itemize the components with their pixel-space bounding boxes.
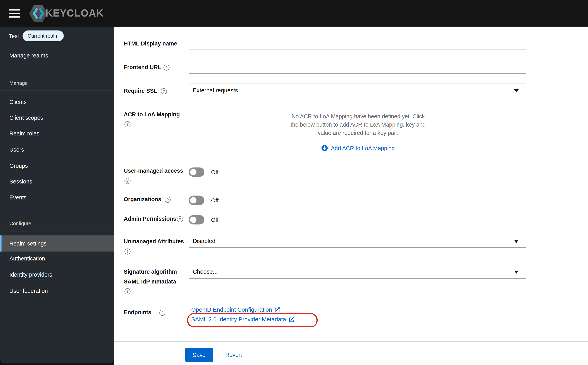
keycloak-logo: KEYCLOAK — [28, 3, 104, 23]
plus-circle-icon — [322, 145, 328, 151]
help-icon[interactable]: ? — [177, 216, 183, 222]
user-managed-access-label: User-managed access — [124, 166, 183, 176]
unmanaged-attributes-label: Unmanaged Attributes — [124, 236, 184, 246]
help-icon[interactable]: ? — [124, 288, 131, 294]
saml-identity-provider-metadata-link[interactable]: SAML 2.0 Identity Provider Metadata — [191, 315, 294, 324]
acr-mapping-label: ACR to LoA Mapping — [124, 110, 180, 119]
revert-button[interactable]: Revert — [225, 350, 242, 360]
sidebar-item-identity-providers[interactable]: Identity providers — [9, 270, 52, 280]
current-realm-badge: Current realm — [22, 30, 64, 41]
sidebar-item-realm-settings[interactable]: Realm settings — [0, 235, 114, 252]
user-managed-access-toggle[interactable] — [189, 167, 204, 177]
chevron-down-icon — [514, 240, 519, 243]
help-icon[interactable]: ? — [165, 197, 171, 203]
sidebar-item-client-scopes[interactable]: Client scopes — [9, 113, 43, 123]
frontend-url-label: Frontend URL — [124, 63, 161, 72]
help-icon[interactable]: ? — [161, 88, 167, 94]
user-managed-access-state: Off — [211, 167, 219, 177]
signature-algorithm-label-line1: Signature algorithm — [124, 267, 177, 277]
sidebar-section-configure: Configure — [9, 220, 32, 228]
sidebar-item-realm-roles[interactable]: Realm roles — [9, 129, 40, 139]
sidebar-item-authentication[interactable]: Authentication — [9, 254, 45, 264]
link-label: OpenID Endpoint Configuration — [191, 306, 272, 313]
sidebar-divider — [0, 91, 114, 91]
admin-permissions-label: Admin Permissions — [124, 214, 176, 224]
acr-mapping-empty-text: No ACR to LoA Mapping have been defined … — [288, 112, 428, 137]
add-acr-mapping-label: Add ACR to LoA Mapping — [331, 145, 395, 151]
sidebar-item-clients[interactable]: Clients — [9, 97, 27, 107]
chevron-down-icon — [514, 271, 519, 274]
sidebar-item-sessions[interactable]: Sessions — [9, 177, 32, 187]
signature-algorithm-value: Choose... — [193, 268, 218, 275]
frontend-url-input[interactable] — [189, 60, 526, 74]
cropped-input-border — [189, 27, 526, 27]
sidebar-item-label: Realm settings — [9, 240, 47, 246]
sidebar-item-groups[interactable]: Groups — [9, 161, 28, 171]
require-ssl-label: Require SSL — [124, 86, 157, 96]
brand-text: KEYCLOAK — [45, 7, 104, 19]
organizations-label: Organizations — [124, 195, 161, 204]
html-display-name-label: HTML Display name — [124, 39, 177, 49]
sidebar-divider — [0, 45, 114, 45]
footer-divider — [114, 341, 588, 342]
require-ssl-value: External requests — [193, 87, 238, 93]
external-link-icon — [275, 307, 280, 312]
hamburger-menu-icon[interactable] — [9, 9, 20, 18]
realm-selector[interactable]: Test Current realm — [9, 30, 64, 41]
add-acr-mapping-button[interactable]: Add ACR to LoA Mapping — [288, 145, 428, 151]
organizations-state: Off — [211, 196, 219, 205]
sidebar-section-manage: Manage — [9, 79, 28, 87]
chevron-down-icon — [514, 89, 519, 92]
openid-endpoint-configuration-link[interactable]: OpenID Endpoint Configuration — [191, 305, 280, 315]
organizations-toggle[interactable] — [189, 196, 204, 205]
keycloak-admin-console: KEYCLOAK Test Current realm Manage realm… — [0, 0, 588, 365]
sidebar-item-manage-realms[interactable]: Manage realms — [9, 51, 48, 60]
sidebar-item-user-federation[interactable]: User federation — [9, 286, 48, 296]
signature-algorithm-select[interactable]: Choose... — [189, 265, 526, 279]
help-icon[interactable]: ? — [159, 310, 165, 316]
endpoints-label: Endpoints — [124, 308, 151, 317]
external-link-icon — [289, 317, 294, 322]
help-icon[interactable]: ? — [124, 178, 131, 184]
keycloak-hexagon-icon — [28, 4, 48, 23]
require-ssl-select[interactable]: External requests — [189, 83, 526, 97]
html-display-name-input[interactable] — [189, 36, 526, 50]
masthead: KEYCLOAK — [0, 0, 588, 27]
help-icon[interactable]: ? — [124, 121, 131, 127]
link-label: SAML 2.0 Identity Provider Metadata — [191, 316, 286, 323]
realm-settings-form: HTML Display name Frontend URL ? Require… — [114, 27, 588, 365]
help-icon[interactable]: ? — [124, 248, 131, 254]
save-button[interactable]: Save — [185, 348, 213, 362]
help-icon[interactable]: ? — [163, 64, 169, 71]
sidebar: Test Current realm Manage realms Manage … — [0, 27, 114, 363]
admin-permissions-state: Off — [211, 215, 219, 225]
unmanaged-attributes-value: Disabled — [193, 238, 215, 244]
unmanaged-attributes-select[interactable]: Disabled — [189, 234, 526, 248]
signature-algorithm-label-line2: SAML IdP metadata — [124, 277, 176, 287]
sidebar-item-users[interactable]: Users — [9, 145, 24, 155]
realm-name: Test — [9, 33, 19, 39]
sidebar-divider — [0, 232, 114, 232]
admin-permissions-toggle[interactable] — [189, 215, 204, 225]
sidebar-item-events[interactable]: Events — [9, 193, 27, 202]
